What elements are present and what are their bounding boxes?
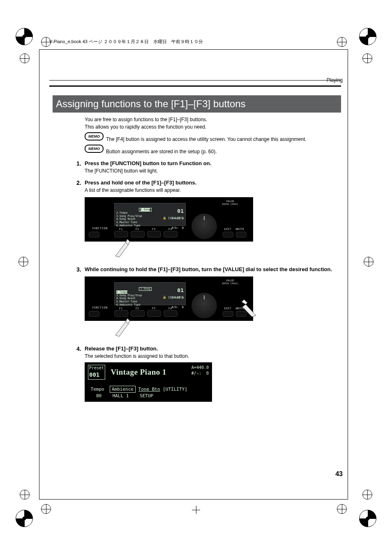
function-button-label: FUNCTION [89, 306, 111, 309]
step-item: 2. Press and hold one of the [F1]–[F3] b… [85, 180, 341, 260]
function-button[interactable] [89, 311, 99, 317]
turning-hand-icon [233, 293, 258, 318]
crosshair-icon [41, 504, 51, 514]
lcd-ambience-label: Ambience [110, 386, 136, 393]
lcd-tonebtn-value: SETUP [140, 393, 153, 398]
crosshair-icon [20, 490, 30, 500]
step-item: 3. While continuing to hold the [F1]–[F3… [85, 266, 341, 340]
exit-button[interactable] [223, 311, 233, 317]
step-item: 1. Press the [FUNCTION] button to turn F… [85, 160, 341, 174]
crosshair-icon [364, 257, 374, 267]
pointing-hand-icon [113, 313, 138, 337]
step-number: 3. [76, 266, 81, 273]
memo-badge-icon: MEMO [85, 132, 104, 140]
step-title: While continuing to hold the [F1]–[F3] b… [85, 266, 341, 272]
crosshair-icon [362, 53, 372, 63]
lcd-preset-number: 01 [177, 208, 184, 214]
lcd-tune: A=440.0 [191, 365, 209, 370]
lcd-tone-name: Vintage Piano 1 [111, 368, 166, 376]
step-body: The [FUNCTION] button will light. [85, 168, 341, 174]
header-divider [49, 80, 341, 81]
page-number: 43 [335, 470, 343, 478]
header-divider [49, 85, 341, 87]
write-button-label: WRITE [235, 228, 245, 231]
lcd-transpose: #/♭: 0 [191, 371, 209, 375]
lcd-preset-number: 01 [177, 287, 184, 293]
exit-button-label: EXIT [223, 228, 233, 231]
step-number: 2. [76, 180, 81, 186]
function-button[interactable] [89, 232, 99, 237]
lcd-preset-number: 001 [89, 371, 99, 378]
register-mark-icon [359, 28, 376, 45]
memo-note: MEMO The [F4] button is assigned to acce… [85, 132, 341, 142]
lcd-preset-label: Preset [89, 366, 104, 370]
pointing-hand-icon [113, 233, 138, 258]
lcd-ambience-value: HALL 1 [113, 393, 129, 398]
step-body: A list of the assignable functions will … [85, 187, 341, 193]
crosshair-icon [18, 257, 28, 267]
value-dial-label: VALUE [222, 279, 238, 282]
value-dial[interactable] [191, 214, 217, 239]
lcd-tonebtn-label: Tone Btn [138, 387, 160, 392]
register-mark-icon [16, 28, 33, 45]
lcd-screen: 1.Song 2.Tempo 3.Song Play/Stop 4.Song R… [114, 203, 186, 226]
crosshair-icon [20, 53, 30, 63]
memo-text: Button assignments are stored in the set… [106, 149, 341, 154]
memo-note: MEMO Button assignments are stored in th… [85, 145, 341, 154]
memo-badge-icon: MEMO [85, 145, 104, 153]
step-number: 1. [76, 160, 81, 167]
step-title: Press and hold one of the [F1]–[F3] butt… [85, 180, 341, 186]
exit-button-label: EXIT [223, 307, 233, 310]
book-header: V-Piano_e.book 43 ページ ２００９年１月２８日 水曜日 午前９… [49, 39, 203, 45]
lcd-tempo-value: 80 [96, 393, 101, 398]
intro-text: This allows you to rapidly access the fu… [85, 124, 341, 130]
value-dial-sublabel: ENTER (PUSH) [222, 203, 238, 205]
intro-text: You are free to assign functions to the … [85, 117, 341, 122]
value-dial[interactable] [191, 293, 217, 318]
lcd-utility-label: [UTILITY] [168, 296, 184, 299]
crosshair-icon [337, 37, 347, 47]
lcd-main-screen: Preset 001 Vintage Piano 1A=440.0 #/♭: 0… [85, 362, 212, 402]
lcd-utility-label: [UTILITY] [163, 387, 187, 392]
lcd-transpose: #/b: 0 [150, 227, 184, 230]
crosshair-icon [337, 504, 347, 514]
value-dial-label: VALUE [222, 200, 238, 203]
crosshair-icon [192, 506, 200, 514]
lcd-utility-label: [UTILITY] [168, 216, 184, 220]
register-mark-icon [359, 510, 376, 527]
exit-button[interactable] [223, 232, 233, 237]
lock-icon: 🔒 [163, 216, 166, 220]
step-body: The selected function is assigned to tha… [85, 353, 341, 359]
write-button[interactable] [236, 232, 247, 237]
lcd-screen: 1.Song 2.Tempo 3.Song Play/Stop 4.Song R… [114, 282, 186, 305]
value-dial-sublabel: ENTER (PUSH) [222, 282, 238, 285]
crosshair-icon [362, 490, 372, 500]
step-title: Press the [FUNCTION] button to turn Func… [85, 160, 341, 166]
step-item: 4. Release the [F1]–[F3] button. The sel… [85, 345, 341, 402]
step-number: 4. [76, 345, 81, 352]
section-title: Assigning functions to the [F1]–[F3] but… [53, 95, 341, 113]
lcd-tempo-label: Tempo [91, 387, 104, 392]
control-panel-diagram: VALUE ENTER (PUSH) FUNCTION 1.Song 2.Tem… [85, 197, 253, 242]
memo-text: The [F4] button is assigned to access th… [106, 136, 341, 142]
step-title: Release the [F1]–[F3] button. [85, 345, 341, 352]
function-button-label: FUNCTION [89, 227, 111, 230]
lock-icon: 🔒 [163, 296, 166, 299]
lcd-transpose: #/b: 0 [150, 306, 184, 309]
register-mark-icon [16, 510, 33, 527]
control-panel-diagram: VALUE ENTER (PUSH) FUNCTION 1.Song 2.Tem… [85, 276, 253, 321]
